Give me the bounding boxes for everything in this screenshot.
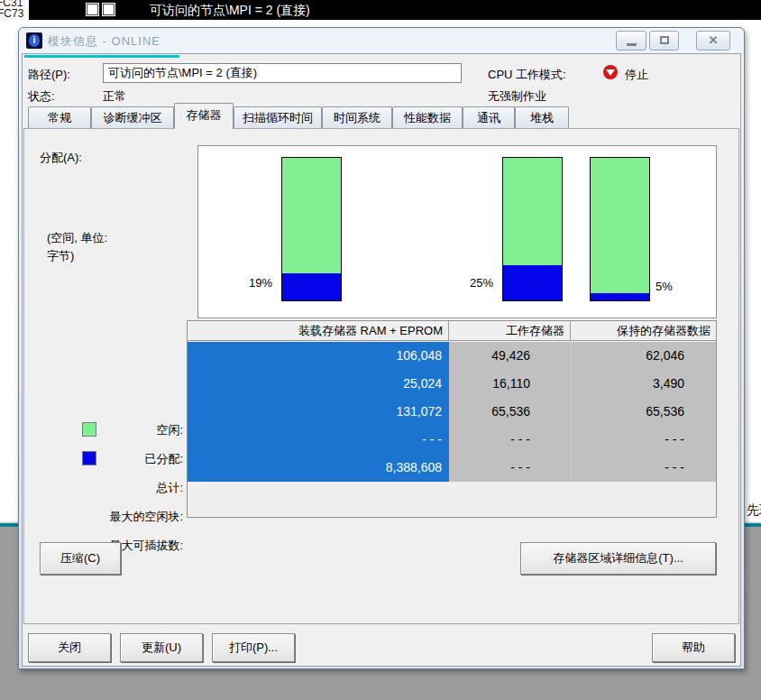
memory-details-button[interactable]: 存储器区域详细信息(T)... — [520, 542, 716, 575]
minimize-button[interactable] — [616, 31, 646, 51]
table-row: - - - - - - - - - — [188, 426, 716, 454]
allocated-segment — [503, 265, 562, 301]
row-label-largest-free-block: 最大的空闲块: — [39, 502, 183, 530]
free-segment — [591, 158, 649, 293]
column-header-load-memory[interactable]: 装载存储器 RAM + EPROM — [188, 321, 449, 341]
status-label: 状态: — [28, 88, 55, 105]
module-info-icon: i — [26, 32, 42, 49]
cell-largest-block-load[interactable]: - - - — [188, 426, 449, 454]
retentive-memory-percent: 5% — [656, 280, 673, 293]
table-row: 25,024 16,110 3,490 — [188, 370, 716, 398]
help-button[interactable]: 帮助 — [652, 633, 735, 662]
table-row: 106,048 49,426 62,046 — [188, 342, 716, 370]
cell-allocated-retentive[interactable]: 3,490 — [571, 370, 716, 398]
path-label: 路径(P): — [28, 67, 70, 83]
force-job-text: 无强制作业 — [488, 88, 546, 105]
table-row: 131,072 65,536 65,536 — [188, 398, 716, 426]
print-button[interactable]: 打印(P)... — [212, 633, 295, 662]
background-block-text-2: FC73 — [0, 7, 23, 20]
title-underline-artifact — [24, 55, 179, 58]
tab-diag-buffer[interactable]: 诊断缓冲区 — [91, 106, 174, 129]
cell-total-retentive[interactable]: 65,536 — [571, 398, 716, 426]
cell-total-load[interactable]: 131,072 — [188, 398, 449, 426]
tab-stack[interactable]: 堆栈 — [515, 106, 569, 129]
alloc-label: 分配(A): — [40, 150, 82, 166]
module-info-dialog: i 模块信息 - ONLINE ✕ 路径(P): 可访问的节点\MPI = 2 … — [18, 27, 745, 669]
path-field[interactable]: 可访问的节点\MPI = 2 (直接) — [103, 63, 462, 83]
cell-free-load[interactable]: 106,048 — [188, 342, 449, 370]
background-node-label: 可访问的节点\MPI = 2 (直接) — [150, 0, 310, 20]
retentive-memory-bar — [590, 157, 650, 301]
close-icon: ✕ — [697, 32, 729, 50]
cell-allocated-load[interactable]: 25,024 — [188, 370, 449, 398]
maximize-button[interactable] — [649, 31, 679, 51]
load-memory-percent: 19% — [249, 276, 272, 290]
tab-comm[interactable]: 通讯 — [463, 106, 515, 129]
cell-free-retentive[interactable]: 62,046 — [571, 342, 716, 370]
cpu-mode-label: CPU 工作模式: — [488, 67, 566, 83]
cell-max-pluggable-load[interactable]: 8,388,608 — [188, 454, 449, 482]
tab-general[interactable]: 常规 — [28, 106, 91, 129]
cell-free-work[interactable]: 49,426 — [449, 342, 571, 370]
cell-allocated-work[interactable]: 16,110 — [449, 370, 571, 398]
memory-tab-pane: 分配(A): (空间, 单位: 字节) — [23, 128, 739, 624]
tab-scan-cycle[interactable]: 扫描循环时间 — [234, 106, 322, 129]
dialog-title: 模块信息 - ONLINE — [48, 33, 160, 50]
checkbox-2[interactable] — [103, 4, 115, 15]
allocated-segment — [591, 293, 649, 300]
column-header-work-memory[interactable]: 工作存储器 — [449, 321, 571, 341]
row-label-allocated: 已分配: — [39, 445, 183, 473]
allocated-segment — [282, 273, 341, 300]
maximize-icon — [660, 36, 669, 44]
cell-max-pluggable-work[interactable]: - - - — [449, 454, 571, 482]
title-bar[interactable]: i 模块信息 - ONLINE ✕ — [19, 28, 744, 53]
background-right-text: 先现 — [747, 502, 761, 519]
unit-label-line2: 字节) — [47, 248, 74, 264]
status-value: 正常 — [103, 88, 126, 105]
cpu-stop-icon — [603, 65, 618, 79]
free-segment — [503, 158, 562, 265]
minimize-icon — [627, 43, 637, 46]
compress-button[interactable]: 压缩(C) — [40, 542, 121, 575]
update-button[interactable]: 更新(U) — [120, 633, 203, 662]
memory-table: 装载存储器 RAM + EPROM 工作存储器 保持的存储器数据 106,048… — [187, 320, 717, 518]
tab-memory[interactable]: 存储器 — [174, 103, 234, 129]
column-header-retentive-memory[interactable]: 保持的存储器数据 — [571, 321, 716, 341]
memory-table-header: 装载存储器 RAM + EPROM 工作存储器 保持的存储器数据 — [188, 321, 716, 341]
work-memory-percent: 25% — [470, 276, 493, 290]
screen: FC31 FC73 可访问的节点\MPI = 2 (直接) 先现 i 模块信息 … — [0, 0, 761, 700]
tab-performance[interactable]: 性能数据 — [392, 106, 463, 129]
tab-time-system[interactable]: 时间系统 — [322, 106, 392, 129]
close-window-button[interactable]: ✕ — [696, 31, 730, 51]
unit-label-line1: (空间, 单位: — [47, 230, 107, 246]
cell-largest-block-work[interactable]: - - - — [449, 426, 571, 454]
close-button[interactable]: 关闭 — [28, 633, 111, 662]
cell-max-pluggable-retentive[interactable]: - - - — [571, 454, 716, 482]
cell-largest-block-retentive[interactable]: - - - — [571, 426, 716, 454]
checkbox-1[interactable] — [87, 4, 98, 15]
table-row: 8,388,608 - - - - - - — [188, 454, 716, 482]
cpu-mode-value: 停止 — [625, 67, 648, 83]
work-memory-bar — [502, 157, 563, 301]
memory-bars-panel: 19% 25% 5% — [197, 145, 717, 318]
free-segment — [282, 158, 341, 273]
dialog-client-area: 路径(P): 可访问的节点\MPI = 2 (直接) CPU 工作模式: 停止 … — [22, 53, 741, 667]
cell-total-work[interactable]: 65,536 — [449, 398, 571, 426]
row-label-total: 总计: — [39, 474, 183, 502]
load-memory-bar — [281, 157, 342, 301]
background-node-bar: 可访问的节点\MPI = 2 (直接) — [29, 0, 761, 20]
row-label-free: 空闲: — [39, 416, 183, 444]
